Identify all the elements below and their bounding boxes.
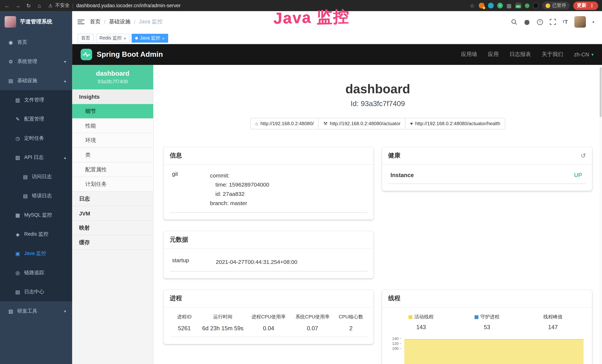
ext-icon-check[interactable]: v [497,3,503,8]
daemon-threads-swatch [474,315,478,319]
sidebar-collapse-icon[interactable] [77,19,84,25]
devtools-icon: ▨ [8,308,14,314]
locale-selector[interactable]: zh-CN ▾ [574,51,593,57]
sba-section-insights[interactable]: Insights [72,89,153,104]
sba-item-jvm[interactable]: JVM [72,206,153,221]
reload-button[interactable]: ↻ [25,2,32,9]
wrench-icon: ⚒ [323,121,327,126]
sidebar-item-log-center[interactable]: ▤ 日志中心 [0,282,72,301]
sidebar-item-java-monitor[interactable]: ▣ Java 监控 [0,244,72,263]
sidebar-item-label: 访问日志 [32,173,52,180]
sba-nav-journal[interactable]: 日志报表 [509,51,531,58]
sba-logo-icon[interactable] [81,49,92,60]
service-url-button[interactable]: ⌂ http://192.168.0.2:48080/ [250,118,319,129]
health-url-button[interactable]: ♥ http://192.168.0.2:48080/actuator/heal… [405,118,505,129]
sidebar-item-label: 首页 [17,39,27,46]
sba-item-caches[interactable]: 缓存 [72,235,153,250]
ext-icon-drop[interactable] [488,3,494,8]
tab-home[interactable]: 首页 [77,34,94,43]
threads-area-series [404,339,584,364]
ext-icon-leaf[interactable] [525,3,529,8]
tab-java-monitor[interactable]: Java 监控 × [132,34,168,43]
config-management-icon: ✎ [15,116,21,122]
sidebar-item-redis-monitor[interactable]: ◈ Redis 监控 [0,225,72,244]
sba-navbar: Spring Boot Admin 应用墙 应用 日志报表 关于我们 zh-CN… [72,44,602,65]
sba-item-classes[interactable]: 类 [72,148,153,162]
sidebar-item-label: 研发工具 [17,308,37,314]
redis-icon: ◈ [15,231,21,237]
cpu-cores: 2 [334,325,367,331]
sidebar-item-dev-tools[interactable]: ▨ 研发工具 ▾ [0,301,72,321]
scrollbar-thumb[interactable] [600,67,602,117]
sidebar-item-access-logs[interactable]: ▤ 访问日志 [0,167,72,186]
actuator-url-button[interactable]: ⚒ http://192.168.0.2:48080/actuator [318,118,406,129]
sba-item-performance[interactable]: 性能 [72,119,153,133]
sidebar-item-system-management[interactable]: ⚙ 系统管理 ▾ [0,52,72,71]
close-icon[interactable]: × [124,36,126,41]
process-col-header: 系统CPU使用率 [290,314,334,320]
sidebar-item-scheduled-jobs[interactable]: ◷ 定时任务 [0,129,72,148]
sidebar-item-error-logs[interactable]: ▤ 错误日志 [0,186,72,205]
sidebar-item-config-management[interactable]: ✎ 配置管理 [0,109,72,129]
sba-nav-applications[interactable]: 应用 [488,51,499,58]
sba-item-details[interactable]: 细节 [72,104,153,119]
error-log-icon: ▤ [22,193,28,199]
sidebar-item-file-management[interactable]: ▥ 文件管理 [0,90,72,110]
sidebar-item-label: 定时任务 [24,135,44,142]
sidebar-item-label: 链路追踪 [24,269,44,276]
help-icon[interactable]: ? [537,19,543,25]
system-cpu: 0.07 [290,325,334,331]
sba-item-config-properties[interactable]: 配置属性 [72,162,153,177]
github-icon[interactable] [524,19,530,25]
bookmark-star-icon[interactable]: ☆ [469,2,475,9]
home-button[interactable]: ⌂ [36,2,43,9]
sba-item-scheduled-tasks[interactable]: 计划任务 [72,177,153,192]
info-key: git [170,171,210,208]
y-tick: 120 [392,341,399,346]
fullscreen-icon[interactable] [550,19,556,25]
ext-icon-paw[interactable] [533,3,538,8]
emoji-face-icon [546,3,550,8]
browser-menu-kebab-icon[interactable]: ⋮ [590,3,594,8]
tracing-icon: ◎ [15,270,21,276]
user-avatar[interactable] [574,16,586,28]
instance-header[interactable]: dashboard 93a3fc7f7409 [72,65,153,90]
sba-nav-wallboard[interactable]: 应用墙 [461,51,477,58]
back-button[interactable]: ← [4,2,10,9]
update-button[interactable]: 更新 ⋮ [573,1,598,10]
sba-brand-title[interactable]: Spring Boot Admin [97,50,163,59]
sidebar-item-mysql-monitor[interactable]: ▦ MySQL 监控 [0,205,72,225]
metadata-key: startup [170,257,216,267]
sidebar-item-label: 系统管理 [17,58,37,65]
ext-icon-grid[interactable]: ▦ [506,2,512,9]
sba-item-logs[interactable]: 日志 [72,192,153,206]
avatar-caret-icon[interactable]: ▾ [592,20,594,24]
forward-button[interactable]: → [15,2,21,9]
history-icon[interactable]: ↺ [581,152,586,159]
sba-item-mappings[interactable]: 映射 [72,221,153,236]
ext-icon-on-badge[interactable]: on [515,3,521,8]
metadata-card: 元数据 startup 2021-04-27T00:44:31.254+08:0… [163,231,374,278]
sba-item-environment[interactable]: 环境 [72,133,153,148]
search-icon[interactable] [511,19,517,25]
sidebar-item-tracing[interactable]: ◎ 链路追踪 [0,263,72,282]
paused-badge[interactable]: 已暂停 [542,1,570,10]
breadcrumb-infrastructure[interactable]: 基础设施 [109,18,130,25]
close-icon[interactable]: × [162,36,164,41]
breadcrumb: 首页 / 基础设施 / Java 监控 [90,18,163,25]
scrollbar[interactable] [599,65,602,364]
live-threads-label: 活动线程 [414,314,434,320]
url-divider: | [72,3,74,8]
ext-icon-fox[interactable] [479,3,485,8]
font-size-icon[interactable]: TT [562,19,568,25]
sidebar-item-home[interactable]: ◉ 首页 [0,33,72,52]
sidebar-item-api-logs[interactable]: ▧ API 日志 ▴ [0,148,72,167]
tab-redis-monitor[interactable]: Redis 监控 × [96,34,129,43]
address-bar[interactable]: ⚠ 不安全 | dashboard.yudao.iocoder.cn/infra… [48,2,181,9]
threads-legend: 活动线程 143 守护进程 53 线程峰值 [388,314,586,330]
breadcrumb-home[interactable]: 首页 [90,18,101,25]
sidebar-item-infrastructure[interactable]: ▤ 基础设施 ▴ [0,71,72,90]
url-text: dashboard.yudao.iocoder.cn/infra/admin-s… [76,3,181,8]
sba-nav-about[interactable]: 关于我们 [542,51,563,58]
app-logo-area[interactable]: 芋道管理系统 [0,11,72,33]
